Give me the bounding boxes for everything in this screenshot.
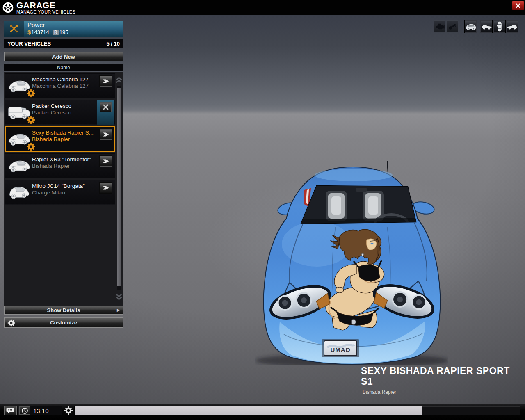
delete-column-highlight bbox=[97, 100, 114, 125]
vehicle-title: Sexy Bishada Rapier S... bbox=[32, 130, 94, 136]
view-side-icon bbox=[481, 23, 492, 30]
vehicle-count: 5 / 10 bbox=[106, 41, 120, 47]
vehicle-row-sexy-bishada-rapier[interactable]: Sexy Bishada Rapier S... Bishada Rapier bbox=[5, 126, 115, 152]
vehicle-thumbnail bbox=[7, 183, 32, 201]
list-scrollbar bbox=[115, 72, 123, 306]
wallet-icon-cell bbox=[4, 21, 24, 37]
arrow-right-icon bbox=[101, 77, 111, 85]
crossed-wrenches-icon bbox=[9, 23, 19, 34]
gear-icon bbox=[27, 116, 35, 124]
garage-wheel-icon bbox=[2, 2, 14, 13]
rating-icon: R bbox=[53, 30, 59, 35]
vehicle-model: Charge Mikro bbox=[32, 189, 65, 196]
vehicle-model: Bishada Rapier bbox=[32, 163, 70, 169]
your-vehicles-header: YOUR VEHICLES 5 / 10 bbox=[4, 39, 123, 48]
camera-view-side-alt-button[interactable] bbox=[506, 20, 518, 33]
bottom-progress-bar bbox=[74, 406, 520, 415]
vehicle-title: Macchina Calabria 127 bbox=[32, 76, 89, 82]
selected-vehicle-title: SEXY BISHADA RAPIER SPORT S1 bbox=[361, 365, 522, 387]
page-subtitle: MANAGE YOUR VEHICLES bbox=[16, 9, 75, 14]
chat-button[interactable] bbox=[4, 406, 17, 415]
scrollbar-track[interactable] bbox=[117, 86, 121, 290]
vehicle-model: Packer Ceresco bbox=[32, 110, 71, 116]
remove-vehicle-button[interactable] bbox=[100, 102, 112, 112]
vehicle-title: Packer Ceresco bbox=[32, 103, 71, 109]
rating-value: 195 bbox=[59, 29, 68, 35]
your-vehicles-label: YOUR VEHICLES bbox=[7, 41, 51, 47]
arrow-right-icon bbox=[101, 130, 111, 139]
arrow-right-icon bbox=[101, 184, 111, 192]
vehicles-panel: Power $ 143714 R 195 YOUR VEHICLES 5 / 1… bbox=[4, 21, 123, 328]
select-vehicle-button[interactable] bbox=[99, 155, 112, 167]
gear-icon bbox=[7, 319, 15, 327]
vehicle-list: Macchina Calabria 127 Macchina Calabria … bbox=[4, 72, 123, 306]
horn-icon bbox=[448, 23, 457, 30]
camera-view-top-button[interactable] bbox=[493, 20, 506, 33]
arrow-right-icon bbox=[101, 157, 111, 165]
vehicle-model: Macchina Calabria 127 bbox=[32, 83, 89, 89]
expand-arrow-icon: ▶ bbox=[117, 308, 120, 312]
select-vehicle-button[interactable] bbox=[99, 182, 112, 194]
add-new-button[interactable]: Add New bbox=[4, 52, 123, 61]
vehicle-row-mikro-jc14[interactable]: Mikro JC14 "Borgata" Charge Mikro bbox=[5, 180, 115, 205]
view-3d-icon bbox=[465, 22, 477, 31]
scroll-up-button[interactable] bbox=[115, 75, 123, 85]
view-side-alt-icon bbox=[507, 23, 518, 30]
vehicle-3d-view[interactable]: UMAD bbox=[255, 158, 448, 365]
license-plate: UMAD bbox=[322, 339, 359, 357]
engine-button[interactable] bbox=[434, 20, 445, 33]
show-details-button[interactable]: Show Details ▶ bbox=[4, 306, 123, 315]
svg-text:UMAD: UMAD bbox=[331, 346, 351, 353]
camera-view-3d-button[interactable] bbox=[464, 20, 477, 33]
camera-view-side-button[interactable] bbox=[480, 20, 493, 33]
engine-icon bbox=[435, 23, 445, 31]
scrollbar-thumb[interactable] bbox=[117, 88, 121, 286]
garage-screen: UMAD GARAGE MANAGE YOUR VEHICLES bbox=[0, 0, 525, 420]
vehicle-thumbnail bbox=[7, 157, 32, 174]
column-header-name[interactable]: Name bbox=[4, 64, 123, 71]
chat-bubble-icon bbox=[6, 407, 15, 415]
horn-button[interactable] bbox=[446, 20, 458, 33]
clock-widget: 13:10 bbox=[18, 406, 62, 415]
time-display: 13:10 bbox=[30, 407, 49, 414]
scroll-down-button[interactable] bbox=[115, 292, 123, 302]
character-name: Power bbox=[27, 21, 119, 28]
close-icon bbox=[514, 2, 522, 9]
clock-tile bbox=[19, 406, 30, 415]
page-title: GARAGE bbox=[16, 1, 75, 9]
status-bar: 13:10 bbox=[0, 404, 525, 420]
view-top-icon bbox=[497, 21, 502, 32]
close-icon bbox=[102, 103, 110, 111]
clock-icon bbox=[21, 407, 28, 414]
car-illustration: UMAD bbox=[255, 158, 448, 365]
vehicle-row-macchina-calabria[interactable]: Macchina Calabria 127 Macchina Calabria … bbox=[5, 73, 115, 98]
title-bar: GARAGE MANAGE YOUR VEHICLES bbox=[0, 0, 525, 15]
vehicle-row-rapier-xr3[interactable]: Rapier XR3 "Tormentor" Bishada Rapier bbox=[5, 153, 115, 178]
gear-icon bbox=[27, 142, 35, 151]
close-button[interactable] bbox=[512, 1, 524, 10]
selected-vehicle-model: Bishada Rapier bbox=[363, 389, 396, 395]
chevrons-up-icon bbox=[115, 77, 123, 83]
settings-gear-icon[interactable] bbox=[64, 406, 73, 415]
vehicle-row-packer-ceresco[interactable]: Packer Ceresco Packer Ceresco bbox=[5, 100, 115, 125]
progress-fill bbox=[75, 406, 422, 415]
customize-button[interactable]: Customize bbox=[4, 317, 123, 328]
vehicle-title: Mikro JC14 "Borgata" bbox=[32, 183, 85, 189]
gear-icon bbox=[27, 89, 35, 98]
wallet-header: Power $ 143714 R 195 bbox=[4, 21, 123, 37]
vehicle-title: Rapier XR3 "Tormentor" bbox=[32, 156, 91, 162]
vehicle-model: Bishada Rapier bbox=[32, 136, 70, 142]
chevrons-down-icon bbox=[115, 294, 123, 300]
cash-icon: $ bbox=[27, 29, 31, 36]
select-vehicle-button[interactable] bbox=[99, 129, 112, 140]
select-vehicle-button[interactable] bbox=[99, 75, 112, 87]
cash-amount: 143714 bbox=[31, 29, 49, 35]
